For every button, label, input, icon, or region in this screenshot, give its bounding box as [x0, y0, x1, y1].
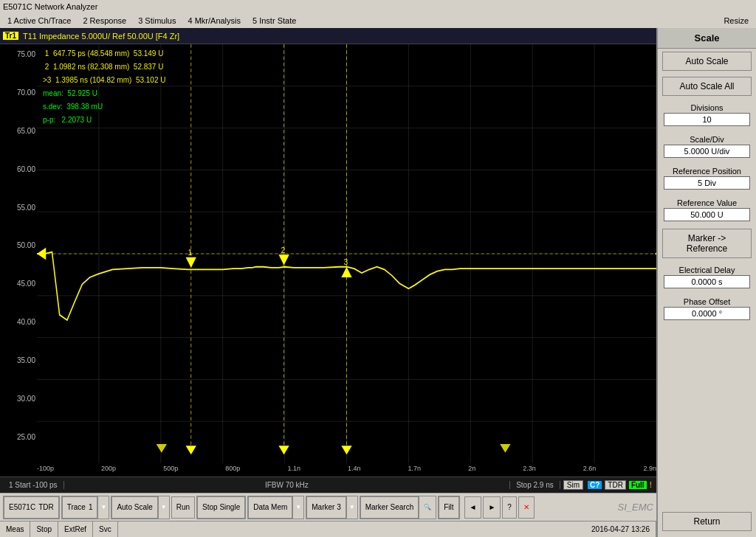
- electrical-delay-section: Electrical Delay 0.0000 s: [658, 261, 756, 293]
- full-badge: Full: [628, 481, 648, 489]
- stop-single-button[interactable]: Stop Single: [197, 496, 245, 519]
- scale-per-div-section: Scale/Div 5.0000 U/div: [658, 131, 756, 162]
- x-label-1: 200p: [101, 465, 116, 477]
- instrument-group: E5071C TDR: [3, 496, 60, 519]
- marker-search-icon[interactable]: 🔍: [419, 496, 436, 519]
- menu-response[interactable]: 2 Response: [77, 13, 132, 28]
- phase-offset-section: Phase Offset 0.0000 °: [658, 293, 756, 325]
- menu-bar: 1 Active Ch/Trace 2 Response 3 Stimulus …: [0, 13, 756, 28]
- nav-left[interactable]: ◄: [464, 496, 482, 519]
- logo-text: SI_EMC: [618, 502, 653, 513]
- divisions-section: Divisions 10: [658, 99, 756, 131]
- y-label-50: 50.00: [1, 241, 35, 249]
- electrical-delay-value[interactable]: 0.0000 s: [664, 275, 750, 288]
- marker-info: 1 647.75 ps (48.548 mm) 53.149 U 2 1.098…: [40, 47, 169, 127]
- x-label-7: 2n: [468, 465, 475, 477]
- ref-value-value[interactable]: 50.000 U: [664, 208, 750, 221]
- y-label-40: 40.00: [1, 318, 35, 326]
- ref-position-value[interactable]: 5 Div: [664, 176, 750, 190]
- divisions-label: Divisions: [661, 103, 753, 112]
- marker-1-label: 1: [188, 248, 193, 257]
- title-bar: E5071C Network Analyzer: [0, 0, 756, 13]
- menu-mkr-analysis[interactable]: 4 Mkr/Analysis: [182, 13, 247, 28]
- divisions-value[interactable]: 10: [664, 113, 750, 126]
- sim-badge: Sim: [560, 481, 586, 489]
- stop-button[interactable]: Stop: [30, 522, 58, 537]
- y-label-55: 55.00: [1, 204, 35, 212]
- ext-ref-button[interactable]: ExtRef: [58, 522, 93, 537]
- scale-per-div-value[interactable]: 5.0000 U/div: [664, 145, 750, 158]
- panel-title: Scale: [658, 28, 756, 49]
- y-label-25: 25.00: [1, 433, 35, 441]
- return-button[interactable]: Return: [662, 512, 752, 531]
- data-mem-group: Data Mem ▼: [247, 496, 304, 519]
- phase-offset-value[interactable]: 0.0000 °: [664, 307, 750, 320]
- chart-area: Tr1 T11 Impedance 5.000U/ Ref 50.00U [F4…: [0, 28, 656, 537]
- x-label-3: 800p: [225, 465, 240, 477]
- marker3-button[interactable]: Marker 3: [306, 496, 346, 519]
- data-mem-dropdown[interactable]: ▼: [292, 496, 303, 519]
- svc-button[interactable]: Svc: [93, 522, 118, 537]
- y-label-60: 60.00: [1, 165, 35, 173]
- plot-area: 1 647.75 ps (48.548 mm) 53.149 U 2 1.098…: [37, 44, 656, 463]
- status-left: 1 Start -100 ps: [3, 481, 64, 489]
- auto-scale-button[interactable]: Auto Scale: [662, 52, 752, 71]
- stop-single-group: Stop Single: [196, 496, 246, 519]
- auto-scale-all-button[interactable]: Auto Scale All: [662, 77, 752, 96]
- help-button[interactable]: ?: [502, 496, 517, 519]
- marker-mean: mean: 52.925 U: [40, 87, 169, 100]
- run-button[interactable]: Run: [171, 496, 195, 519]
- trace-button[interactable]: Trace 1: [62, 496, 98, 519]
- marker-2-label: 2: [281, 245, 285, 254]
- datetime: 2016-04-27 13:26: [585, 522, 656, 537]
- status-center: IFBW 70 kHz: [64, 481, 511, 489]
- ref-position-label: Reference Position: [661, 167, 753, 176]
- channel-badge: Tr1: [3, 32, 18, 40]
- menu-stimulus[interactable]: 3 Stimulus: [132, 13, 182, 28]
- resize-button[interactable]: Resize: [718, 15, 755, 26]
- chart-plot: 75.00 70.00 65.00 60.00 55.00 50.00 45.0…: [0, 44, 656, 463]
- toolbar: E5071C TDR Trace 1 ▼ Auto Scale ▼ Run: [0, 493, 656, 521]
- x-label-5: 1.4n: [348, 465, 361, 477]
- filter-group: Filt: [438, 496, 459, 519]
- c-badge: C?: [586, 481, 603, 489]
- ref-value-label: Reference Value: [661, 198, 753, 207]
- scale-per-div-label: Scale/Div: [661, 135, 753, 144]
- status-bar: 1 Start -100 ps IFBW 70 kHz Stop 2.9 ns …: [0, 477, 656, 493]
- meas-button[interactable]: Meas: [0, 522, 30, 537]
- menu-active-ch[interactable]: 1 Active Ch/Trace: [1, 13, 77, 28]
- filter-button[interactable]: Filt: [439, 496, 458, 519]
- close-button[interactable]: ✕: [518, 496, 535, 519]
- marker-2-info: 2 1.0982 ns (82.308 mm) 52.837 U: [40, 60, 169, 74]
- marker-to-ref-button[interactable]: Marker -> Reference: [662, 229, 752, 258]
- y-label-30: 30.00: [1, 395, 35, 403]
- title-text: E5071C Network Analyzer: [3, 2, 97, 11]
- trace-group: Trace 1 ▼: [61, 496, 110, 519]
- marker-pp: p-p: 2.2073 U: [40, 114, 169, 127]
- marker-3-label: 3: [343, 257, 348, 267]
- right-panel: Scale Auto Scale Auto Scale All Division…: [656, 28, 756, 537]
- instrument-label: E5071C TDR: [4, 496, 59, 519]
- panel-spacer: [658, 325, 756, 509]
- trace-dropdown[interactable]: ▼: [97, 496, 109, 519]
- marker-search-group: Marker Search 🔍: [360, 496, 437, 519]
- auto-scale-group: Auto Scale ▼: [111, 496, 169, 519]
- app: E5071C Network Analyzer 1 Active Ch/Trac…: [0, 0, 756, 537]
- marker-3-info: >3 1.3985 ns (104.82 mm) 53.102 U: [40, 74, 169, 87]
- y-label-65: 65.00: [1, 127, 35, 135]
- phase-offset-label: Phase Offset: [661, 297, 753, 306]
- excl-badge: !: [648, 481, 653, 489]
- menu-instr-state[interactable]: 5 Instr State: [247, 13, 302, 28]
- electrical-delay-label: Electrical Delay: [661, 266, 753, 274]
- auto-scale-tool-button[interactable]: Auto Scale: [111, 496, 157, 519]
- y-axis: 75.00 70.00 65.00 60.00 55.00 50.00 45.0…: [0, 44, 37, 463]
- data-mem-button[interactable]: Data Mem: [248, 496, 292, 519]
- marker3-dropdown[interactable]: ▼: [346, 496, 357, 519]
- ref-value-section: Reference Value 50.000 U: [658, 194, 756, 226]
- nav-right[interactable]: ►: [483, 496, 501, 519]
- marker-search-button[interactable]: Marker Search: [360, 496, 419, 519]
- x-label-9: 2.6n: [583, 465, 597, 477]
- nav-icons: ◄ ► ? ✕: [464, 496, 535, 519]
- auto-scale-dropdown[interactable]: ▼: [158, 496, 169, 519]
- marker-1-info: 1 647.75 ps (48.548 mm) 53.149 U: [40, 47, 169, 60]
